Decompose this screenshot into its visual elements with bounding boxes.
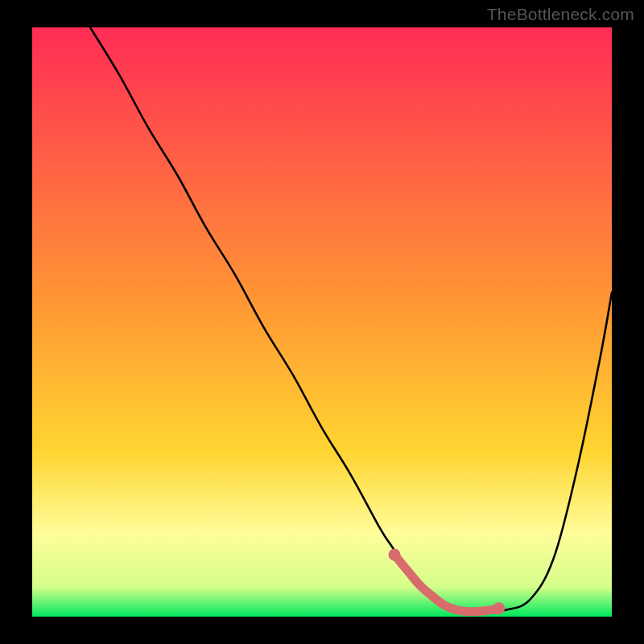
- chart-plot: [32, 27, 612, 617]
- gradient-background: [32, 27, 612, 617]
- chart-frame: TheBottleneck.com: [0, 0, 644, 644]
- chart-svg: [32, 27, 612, 617]
- highlight-endpoint-1: [493, 602, 505, 614]
- watermark-label: TheBottleneck.com: [487, 5, 634, 24]
- highlight-endpoint-0: [389, 549, 401, 561]
